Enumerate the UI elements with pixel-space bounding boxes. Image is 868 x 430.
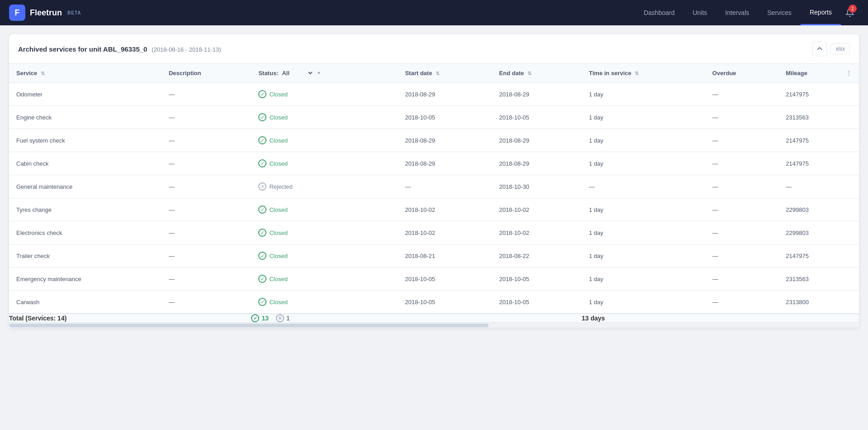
cell-mileage: 2147975	[778, 152, 859, 175]
cell-start-date: 2018-08-29	[398, 83, 492, 106]
table-row: Fuel system check — Closed 2018-08-29 20…	[9, 129, 859, 152]
cell-overdue: —	[705, 291, 778, 314]
col-overdue[interactable]: Overdue	[705, 64, 778, 83]
brand: F Fleetrun BETA	[9, 5, 81, 21]
col-mileage[interactable]: Mileage ⋮	[778, 64, 859, 83]
export-xlsx-button[interactable]: xlsx	[830, 43, 850, 54]
card-header: Archived services for unit ABL_96335_0 (…	[9, 34, 859, 64]
total-rejected-count: 1	[276, 314, 290, 322]
scroll-thumb-h	[9, 324, 489, 327]
status-badge: Closed	[258, 275, 287, 283]
cell-service: Emergency maintenance	[9, 268, 161, 291]
status-icon	[258, 298, 266, 306]
cell-overdue: —	[705, 106, 778, 129]
total-closed-icon	[251, 314, 259, 322]
cell-end-date: 2018-10-05	[492, 106, 582, 129]
notifications-bell[interactable]: 1	[841, 0, 859, 25]
cell-description: —	[161, 221, 251, 244]
status-text: Closed	[269, 137, 287, 144]
status-icon	[258, 252, 266, 260]
table-body: Odometer — Closed 2018-08-29 2018-08-29 …	[9, 83, 859, 314]
cell-description: —	[161, 175, 251, 198]
status-text: Closed	[269, 206, 287, 213]
nav-intervals[interactable]: Intervals	[716, 0, 758, 25]
status-badge: Closed	[258, 298, 287, 306]
col-status[interactable]: Status: All Closed Rejected ▾	[251, 64, 398, 83]
nav-units[interactable]: Units	[683, 0, 716, 25]
cell-service: Electronics check	[9, 221, 161, 244]
col-description[interactable]: Description	[161, 64, 251, 83]
cell-overdue: —	[705, 152, 778, 175]
cell-end-date: 2018-08-29	[492, 129, 582, 152]
status-badge: Closed	[258, 90, 287, 98]
services-table: Service ⇅ Description Status: All	[9, 64, 859, 322]
table-row: Trailer check — Closed 2018-08-21 2018-0…	[9, 244, 859, 268]
status-icon	[258, 182, 266, 191]
brand-logo: F	[9, 5, 25, 21]
cell-overdue: —	[705, 175, 778, 198]
nav-services[interactable]: Services	[758, 0, 801, 25]
cell-start-date: 2018-10-02	[398, 221, 492, 244]
cell-mileage: 2147975	[778, 244, 859, 268]
col-time-in-service[interactable]: Time in service ⇅	[582, 64, 705, 83]
cell-status: Closed	[251, 221, 398, 244]
table-footer: Total (Services: 14) 13	[9, 314, 859, 322]
cell-mileage: 2147975	[778, 83, 859, 106]
cell-start-date: 2018-08-29	[398, 129, 492, 152]
status-filter-select[interactable]: All Closed Rejected	[280, 69, 314, 77]
total-row: Total (Services: 14) 13	[9, 314, 859, 322]
col-start-date[interactable]: Start date ⇅	[398, 64, 492, 83]
sort-icon-end-date: ⇅	[527, 71, 531, 76]
table-row: Carwash — Closed 2018-10-05 2018-10-05 1…	[9, 291, 859, 314]
collapse-button[interactable]	[812, 42, 827, 56]
cell-end-date: 2018-10-05	[492, 268, 582, 291]
total-closed-count: 13	[251, 314, 269, 322]
cell-description: —	[161, 83, 251, 106]
cell-start-date: 2018-10-05	[398, 268, 492, 291]
cell-status: Closed	[251, 198, 398, 221]
cell-overdue: —	[705, 221, 778, 244]
total-status-group: 13 1	[251, 314, 398, 322]
card-title: Archived services for unit ABL_96335_0	[18, 45, 147, 53]
cell-description: —	[161, 244, 251, 268]
col-service[interactable]: Service ⇅	[9, 64, 161, 83]
cell-time: 1 day	[582, 221, 705, 244]
status-icon	[258, 229, 266, 237]
cell-description: —	[161, 152, 251, 175]
total-label: Total (Services: 14)	[9, 314, 161, 322]
archived-services-card: Archived services for unit ABL_96335_0 (…	[9, 34, 859, 328]
cell-start-date: 2018-08-21	[398, 244, 492, 268]
cell-overdue: —	[705, 244, 778, 268]
status-text: Closed	[269, 253, 287, 259]
cell-status: Closed	[251, 83, 398, 106]
brand-name: Fleetrun	[30, 8, 62, 18]
cell-end-date: 2018-08-22	[492, 244, 582, 268]
table-wrapper: Service ⇅ Description Status: All	[9, 64, 859, 322]
cell-description: —	[161, 268, 251, 291]
nav-reports[interactable]: Reports	[801, 0, 841, 25]
status-text: Closed	[269, 276, 287, 282]
status-icon	[258, 205, 266, 214]
brand-logo-letter: F	[15, 8, 20, 18]
cell-status: Closed	[251, 129, 398, 152]
cell-time: 1 day	[582, 106, 705, 129]
nav-dashboard[interactable]: Dashboard	[635, 0, 684, 25]
cell-description: —	[161, 106, 251, 129]
card-title-group: Archived services for unit ABL_96335_0 (…	[18, 45, 221, 53]
horizontal-scrollbar[interactable]	[9, 322, 859, 328]
page-content: Archived services for unit ABL_96335_0 (…	[0, 25, 868, 337]
cell-mileage: 2313563	[778, 268, 859, 291]
cell-end-date: 2018-10-02	[492, 221, 582, 244]
cell-end-date: 2018-10-05	[492, 291, 582, 314]
cell-end-date: 2018-08-29	[492, 152, 582, 175]
cell-status: Closed	[251, 152, 398, 175]
status-icon	[258, 275, 266, 283]
col-end-date[interactable]: End date ⇅	[492, 64, 582, 83]
cell-service: Trailer check	[9, 244, 161, 268]
table-row: Cabin check — Closed 2018-08-29 2018-08-…	[9, 152, 859, 175]
cell-service: Carwash	[9, 291, 161, 314]
sort-icon-start-date: ⇅	[436, 71, 440, 76]
status-icon	[258, 159, 266, 167]
cell-description: —	[161, 198, 251, 221]
total-time: 13 days	[582, 314, 705, 322]
